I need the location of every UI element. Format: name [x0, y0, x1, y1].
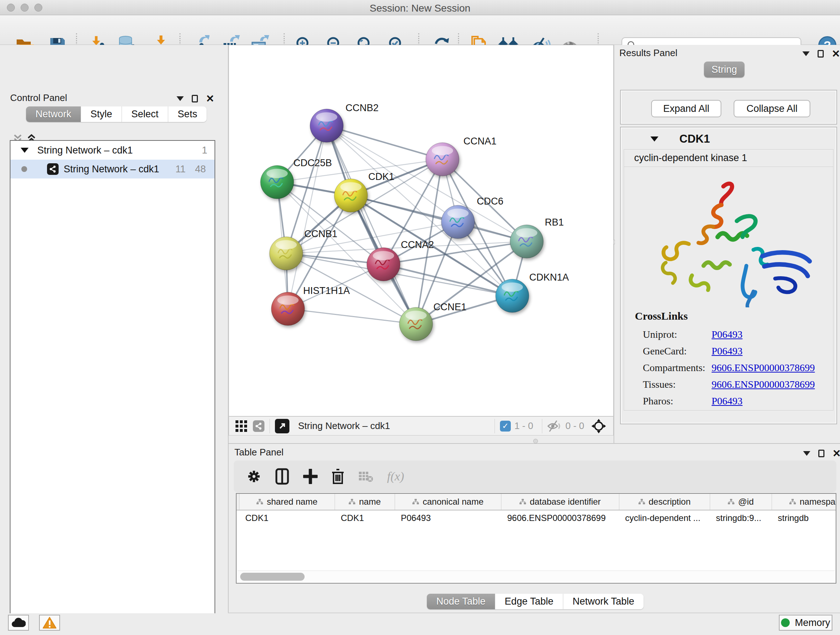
- column-header-label: namespace: [799, 497, 836, 507]
- crosslink-link[interactable]: P06493: [712, 345, 743, 357]
- tab-string[interactable]: String: [704, 62, 745, 78]
- node-label-RB1: RB1: [545, 217, 564, 228]
- share-network-icon[interactable]: [253, 420, 264, 432]
- column-header-database-identifier[interactable]: database identifier: [501, 494, 619, 510]
- results-panel-close-icon[interactable]: ✕: [832, 50, 840, 57]
- expand-all-button[interactable]: Expand All: [651, 100, 722, 117]
- edge-HIST1H1A-CCNE1[interactable]: [288, 309, 416, 324]
- delete-column-icon[interactable]: [332, 468, 344, 485]
- tab-style[interactable]: Style: [81, 106, 122, 122]
- table-row[interactable]: CDK1CDK1P064939606.ENSP00000378699cyclin…: [237, 510, 836, 526]
- function-icon[interactable]: f(x): [387, 470, 404, 483]
- crosslink-row: Pharos:P06493: [643, 393, 829, 409]
- node-label-HIST1H1A: HIST1H1A: [303, 285, 350, 296]
- node-CCNE1[interactable]: CCNE1: [399, 302, 467, 340]
- cloud-button[interactable]: [8, 615, 29, 631]
- table-cell[interactable]: stringdb:9...: [710, 513, 772, 523]
- network-collection-row[interactable]: String Network – cdk1 1: [11, 141, 215, 160]
- open-in-window-icon[interactable]: [275, 419, 289, 433]
- crosslink-link[interactable]: P06493: [712, 395, 743, 407]
- columns-icon[interactable]: [275, 468, 289, 485]
- control-panel-collapse-icon[interactable]: [177, 96, 184, 101]
- column-header-canonical-name[interactable]: canonical name: [395, 494, 501, 510]
- selected-counts: 1 - 0: [515, 420, 533, 432]
- edge-CCNB2-HIST1H1A[interactable]: [288, 126, 327, 309]
- crosslink-row: GeneCard:P06493: [643, 343, 829, 359]
- column-header--id[interactable]: @id: [710, 494, 772, 510]
- node-CDKN1A[interactable]: CDKN1A: [496, 272, 569, 312]
- horizontal-splitter-handle[interactable]: [533, 439, 538, 443]
- crosslink-label: Compartments:: [643, 362, 712, 374]
- node-CCNA1[interactable]: CCNA1: [426, 136, 497, 176]
- crosshair-icon[interactable]: [591, 418, 607, 434]
- string-network-graph[interactable]: CCNB2CCNA1CDC25BCDK1CDC6RB1CCNB1CCNA2CDK…: [229, 45, 613, 416]
- protein-structure-image: [629, 170, 832, 307]
- node-HIST1H1A[interactable]: HIST1H1A: [271, 285, 350, 325]
- gene-details-box: CDK1 cyclin-dependent kinase 1: [620, 127, 837, 424]
- table-panel-title: Table Panel: [234, 447, 284, 458]
- tab-select[interactable]: Select: [122, 106, 168, 122]
- memory-button[interactable]: Memory: [779, 615, 832, 631]
- results-panel-float-icon[interactable]: [818, 50, 824, 57]
- gear-icon[interactable]: [247, 469, 261, 484]
- table-panel-collapse-icon[interactable]: [803, 451, 810, 456]
- tab-node-table[interactable]: Node Table: [427, 594, 495, 609]
- control-panel-close-icon[interactable]: ✕: [206, 95, 214, 103]
- tree-expand-icon[interactable]: [21, 148, 28, 153]
- control-panel-float-icon[interactable]: [192, 95, 198, 103]
- row-header-gutter: [237, 494, 240, 510]
- table-panel-float-icon[interactable]: [818, 450, 824, 457]
- column-header-description[interactable]: description: [619, 494, 710, 510]
- column-header-label: database identifier: [530, 497, 600, 507]
- crosslink-label: Uniprot:: [643, 329, 712, 340]
- edge-CCNB2-CCNA1[interactable]: [327, 126, 442, 159]
- tab-edge-table[interactable]: Edge Table: [495, 594, 563, 609]
- table-panel-close-icon[interactable]: ✕: [832, 450, 840, 457]
- table-cell[interactable]: P06493: [395, 513, 501, 523]
- table-cell[interactable]: CDK1: [240, 513, 335, 523]
- control-panel-tabs: Network Style Select Sets: [26, 106, 207, 122]
- tab-network[interactable]: Network: [26, 106, 81, 122]
- table-cell[interactable]: CDK1: [335, 513, 395, 523]
- main-toolbar: ?: [0, 15, 840, 45]
- table-cell[interactable]: cyclin-dependent ...: [619, 513, 710, 523]
- hidden-eye-icon[interactable]: [547, 420, 562, 432]
- column-header-name[interactable]: name: [335, 494, 395, 510]
- clear-table-icon[interactable]: [358, 470, 373, 483]
- results-panel-collapse-icon[interactable]: [802, 51, 810, 56]
- crosslinks-title: CrossLinks: [635, 310, 688, 322]
- table-header-row: shared namenamecanonical namedatabase id…: [237, 494, 836, 510]
- network-row-selected[interactable]: String Network – cdk1 11 48: [11, 160, 215, 179]
- network-canvas[interactable]: CCNB2CCNA1CDC25BCDK1CDC6RB1CCNB1CCNA2CDK…: [229, 45, 614, 416]
- table-cell[interactable]: stringdb: [772, 513, 836, 523]
- gene-collapse-icon[interactable]: [651, 136, 658, 141]
- table-body: CDK1CDK1P064939606.ENSP00000378699cyclin…: [237, 510, 836, 526]
- network-view-toolbar: String Network – cdk1 ✓ 1 - 0 0 - 0: [229, 416, 614, 435]
- add-column-icon[interactable]: [303, 469, 317, 484]
- hscroll-thumb[interactable]: [240, 573, 305, 581]
- selected-checkbox-icon[interactable]: ✓: [500, 421, 511, 432]
- table-toolbar: f(x): [234, 461, 836, 492]
- crosslink-label: Pharos:: [643, 395, 712, 407]
- gene-section-header[interactable]: CDK1: [623, 130, 834, 149]
- crosslink-link[interactable]: 9606.ENSP00000378699: [712, 379, 815, 390]
- tab-sets[interactable]: Sets: [168, 106, 207, 122]
- crosslink-link[interactable]: P06493: [712, 329, 743, 340]
- table-cell[interactable]: 9606.ENSP00000378699: [501, 513, 619, 523]
- node-label-CCNA1: CCNA1: [463, 136, 497, 147]
- warning-button[interactable]: [39, 615, 60, 631]
- grid-icon[interactable]: [235, 420, 248, 432]
- node-CDC25B[interactable]: CDC25B: [261, 157, 332, 199]
- column-header-shared-name[interactable]: shared name: [240, 494, 335, 510]
- column-header-namespace[interactable]: namespace: [772, 494, 836, 510]
- tab-network-table[interactable]: Network Table: [563, 594, 644, 609]
- network-view-title: String Network – cdk1: [298, 420, 390, 432]
- node-RB1[interactable]: RB1: [510, 217, 564, 258]
- crosslinks-list: Uniprot:P06493GeneCard:P06493Compartment…: [643, 326, 829, 409]
- warning-icon: [42, 616, 57, 629]
- node-table[interactable]: shared namenamecanonical namedatabase id…: [236, 493, 836, 584]
- crosslink-link[interactable]: 9606.ENSP00000378699: [712, 362, 815, 374]
- node-label-CDC6: CDC6: [477, 196, 504, 207]
- collapse-all-button[interactable]: Collapse All: [734, 100, 810, 117]
- table-hscrollbar[interactable]: [237, 570, 835, 582]
